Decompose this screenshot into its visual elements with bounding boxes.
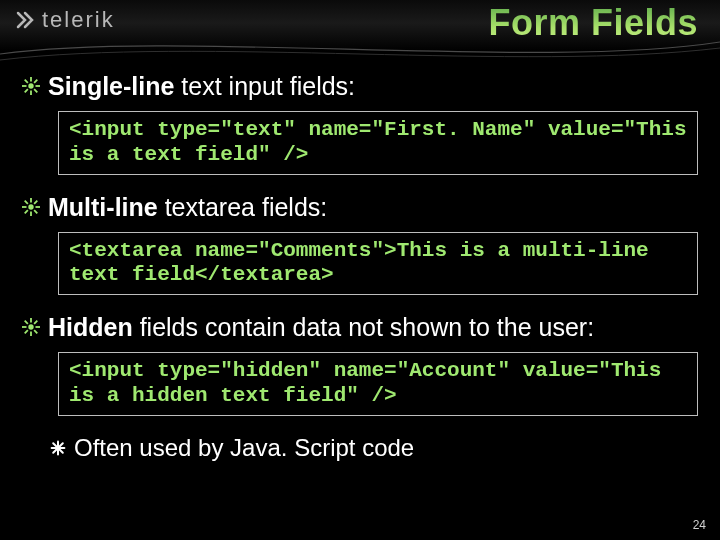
svg-line-24 [34,330,37,333]
bullet-rest: textarea fields: [158,193,328,221]
bullet-lead: Hidden [48,313,133,341]
brand-mark-icon [14,9,36,31]
svg-point-9 [28,204,33,209]
svg-line-17 [25,210,28,213]
slide-title: Form Fields [488,2,698,44]
starburst-icon [22,198,40,216]
svg-line-8 [25,89,28,92]
svg-line-15 [34,210,37,213]
slide-content: Single-line text input fields: <input ty… [0,52,720,462]
code-block: <textarea name="Comments">This is a mult… [58,232,698,296]
code-block: <input type="hidden" name="Account" valu… [58,352,698,416]
svg-line-7 [34,80,37,83]
svg-line-16 [34,200,37,203]
brand-logo: telerik [14,7,115,33]
sub-bullet-text: Often used by Java. Script code [74,434,414,462]
bullet-item: Multi-line textarea fields: [22,193,698,222]
bullet-item: Hidden fields contain data not shown to … [22,313,698,342]
starburst-icon [22,77,40,95]
svg-line-23 [25,321,28,324]
code-block: <input type="text" name="First. Name" va… [58,111,698,175]
bullet-item: Single-line text input fields: [22,72,698,101]
starburst-icon [22,318,40,336]
svg-line-14 [25,200,28,203]
bullet-text: Single-line text input fields: [48,72,355,101]
svg-line-5 [25,80,28,83]
asterisk-icon [50,440,66,456]
bullet-text: Multi-line textarea fields: [48,193,327,222]
brand-text: telerik [42,7,115,33]
bullet-text: Hidden fields contain data not shown to … [48,313,594,342]
svg-line-25 [34,321,37,324]
sub-bullet-item: Often used by Java. Script code [50,434,698,462]
slide-header: telerik Form Fields [0,0,720,52]
svg-line-6 [34,89,37,92]
bullet-lead: Single-line [48,72,174,100]
bullet-rest: text input fields: [174,72,355,100]
bullet-rest: fields contain data not shown to the use… [133,313,594,341]
svg-point-18 [28,324,33,329]
svg-line-26 [25,330,28,333]
svg-point-0 [28,83,33,88]
bullet-lead: Multi-line [48,193,158,221]
page-number: 24 [693,518,706,532]
